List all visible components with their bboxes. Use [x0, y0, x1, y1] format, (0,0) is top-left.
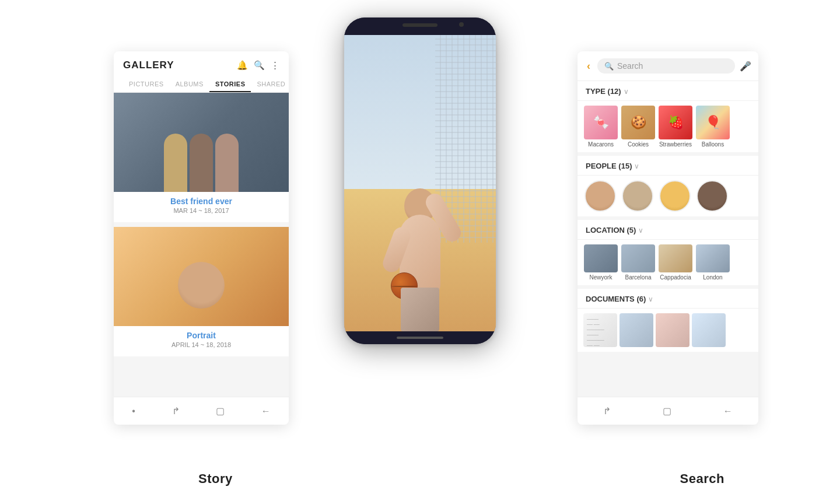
type-section-title: TYPE (12) — [586, 87, 621, 96]
tab-albums[interactable]: ALBUMS — [170, 77, 209, 92]
center-phone — [344, 18, 496, 344]
barcelona-label: Barcelona — [625, 274, 651, 281]
search-location-section: LOCATION (5) ∨ Newyork Barcelona Cappado… — [578, 220, 758, 285]
gallery-header: GALLERY 🔔 🔍 ⋮ PICTURES ALBUMS STORIES SH… — [114, 51, 289, 93]
story-name-2: Portrait — [123, 331, 279, 340]
tab-pictures[interactable]: PICTURES — [123, 77, 170, 92]
newyork-thumb — [584, 244, 618, 272]
phone-screen — [344, 35, 496, 331]
phone-speaker — [402, 23, 438, 27]
story-card-1[interactable]: Best friend ever MAR 14 ~ 18, 2017 — [114, 93, 289, 222]
gallery-title: GALLERY — [123, 60, 174, 71]
doc-thumb-3[interactable] — [656, 313, 690, 347]
newyork-label: Newyork — [590, 274, 612, 281]
person-2[interactable] — [622, 180, 653, 212]
tab-stories[interactable]: STORIES — [209, 77, 251, 92]
player-body — [388, 145, 452, 331]
back-icon[interactable]: ← — [261, 406, 271, 416]
search-input[interactable]: Search — [617, 61, 728, 71]
type-item-balloons[interactable]: Balloons — [695, 106, 730, 148]
type-item-strawberries[interactable]: Strawberries — [658, 106, 693, 148]
type-item-macarons[interactable]: Macarons — [583, 106, 618, 148]
gallery-bottom-bar: • ↱ ▢ ← — [114, 397, 289, 425]
strawberries-thumb — [659, 106, 692, 139]
type-grid: Macarons Cookies Strawberries Balloons — [578, 101, 758, 152]
tab-shared[interactable]: SHARED — [251, 77, 289, 92]
home-dot-icon: • — [132, 406, 135, 416]
location-newyork[interactable]: Newyork — [583, 244, 618, 281]
balloons-label: Balloons — [702, 141, 724, 148]
location-cappadocia[interactable]: Cappadocia — [658, 244, 693, 281]
cappadocia-label: Cappadocia — [660, 274, 691, 281]
gallery-icons: 🔔 🔍 ⋮ — [237, 60, 279, 71]
location-section-header: LOCATION (5) ∨ — [578, 220, 758, 240]
doc-thumb-1[interactable]: ────── ──────────────────── ── — [583, 313, 617, 347]
balloons-thumb — [696, 106, 730, 139]
left-screen: GALLERY 🔔 🔍 ⋮ PICTURES ALBUMS STORIES SH… — [114, 51, 289, 425]
search-input-wrap[interactable]: 🔍 Search — [597, 58, 735, 74]
copy-icon[interactable]: ▢ — [216, 405, 225, 416]
story-info-2: Portrait APRIL 14 ~ 18, 2018 — [114, 326, 289, 356]
documents-section-header: DOCUMENTS (6) ∨ — [578, 289, 758, 309]
basketball-scene — [344, 35, 496, 331]
right-share-icon[interactable]: ↱ — [603, 405, 611, 416]
cookies-thumb — [621, 106, 655, 139]
label-story: Story — [198, 471, 233, 487]
right-screen: ‹ 🔍 Search 🎤 TYPE (12) ∨ Macarons Cookie — [578, 51, 758, 425]
search-header: ‹ 🔍 Search 🎤 — [578, 51, 758, 81]
search-input-icon: 🔍 — [604, 62, 614, 71]
right-bottom-bar: ↱ ▢ ← — [578, 397, 758, 425]
docs-grid: ────── ──────────────────── ── — [578, 309, 758, 352]
player-legs — [401, 288, 439, 331]
person-1[interactable] — [584, 180, 616, 212]
notification-icon[interactable]: 🔔 — [237, 60, 248, 71]
search-documents-section: DOCUMENTS (6) ∨ ────── ─────────────────… — [578, 289, 758, 352]
london-thumb — [696, 244, 730, 272]
scene: GALLERY 🔔 🔍 ⋮ PICTURES ALBUMS STORIES SH… — [0, 0, 840, 504]
location-london[interactable]: London — [695, 244, 730, 281]
people-section-title: PEOPLE (15) — [586, 162, 632, 170]
search-back-button[interactable]: ‹ — [584, 59, 593, 74]
more-icon[interactable]: ⋮ — [271, 60, 279, 71]
label-search: Search — [680, 471, 724, 487]
doc-thumb-2[interactable] — [620, 313, 653, 347]
story-date-2: APRIL 14 ~ 18, 2018 — [123, 341, 279, 348]
documents-chevron-icon: ∨ — [648, 295, 653, 303]
doc-thumb-4[interactable] — [692, 313, 726, 347]
story-image-2 — [114, 227, 289, 326]
macarons-thumb — [584, 106, 618, 139]
london-label: London — [703, 274, 722, 281]
phone-bottom-bar — [344, 331, 496, 344]
cookies-label: Cookies — [628, 141, 649, 148]
location-section-title: LOCATION (5) — [586, 226, 636, 235]
cappadocia-thumb — [659, 244, 692, 272]
figure-2 — [190, 134, 213, 192]
type-item-cookies[interactable]: Cookies — [621, 106, 656, 148]
macarons-label: Macarons — [588, 141, 614, 148]
type-chevron-icon: ∨ — [624, 88, 629, 96]
story-date-1: MAR 14 ~ 18, 2017 — [123, 207, 279, 214]
selfie-face — [178, 262, 225, 309]
player-container — [359, 65, 481, 331]
microphone-icon[interactable]: 🎤 — [740, 61, 751, 72]
story-info-1: Best friend ever MAR 14 ~ 18, 2017 — [114, 192, 289, 222]
story-image-1 — [114, 93, 289, 192]
people-chevron-icon: ∨ — [634, 162, 639, 170]
type-section-header: TYPE (12) ∨ — [578, 81, 758, 101]
story-name-1: Best friend ever — [123, 197, 279, 206]
right-copy-icon[interactable]: ▢ — [663, 405, 671, 416]
location-barcelona[interactable]: Barcelona — [621, 244, 656, 281]
phone-camera — [459, 22, 464, 27]
people-figures — [114, 113, 289, 192]
share-icon[interactable]: ↱ — [172, 405, 180, 416]
search-icon[interactable]: 🔍 — [254, 60, 265, 71]
person-4[interactable] — [696, 180, 728, 212]
figure-3 — [215, 134, 239, 192]
right-back-icon[interactable]: ← — [723, 406, 733, 416]
people-row — [578, 176, 758, 216]
phone-top-bar — [344, 18, 496, 35]
gallery-tabs: PICTURES ALBUMS STORIES SHARED — [123, 77, 279, 92]
person-3[interactable] — [659, 180, 691, 212]
story-card-2[interactable]: Portrait APRIL 14 ~ 18, 2018 — [114, 227, 289, 356]
documents-section-title: DOCUMENTS (6) — [586, 295, 646, 303]
